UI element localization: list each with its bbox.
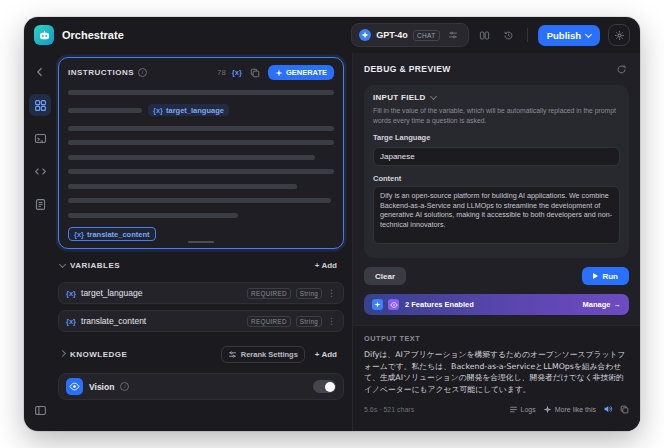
input-field-title: INPUT FIELD (373, 93, 426, 102)
collapse-panel-icon[interactable] (29, 399, 51, 421)
vision-card: Vision i (58, 373, 344, 400)
logs-list-icon (509, 405, 518, 414)
prompt-line (68, 169, 334, 174)
run-button[interactable]: Run (582, 267, 629, 285)
variable-icon: {x} (153, 106, 163, 115)
copy-output-button[interactable] (620, 405, 629, 414)
features-bar: 2 Features Enabled Manage → (364, 294, 629, 315)
variables-header: VARIABLES + Add (58, 258, 344, 273)
info-icon: i (120, 382, 129, 391)
instructions-title: INSTRUCTIONS (68, 68, 134, 77)
manage-features-button[interactable]: Manage → (583, 300, 621, 309)
input-field-card: INPUT FIELD Fill in the value of the var… (364, 85, 629, 258)
chevron-right-icon[interactable] (59, 350, 66, 357)
content-textarea[interactable]: Dify is an open-source platform for buil… (373, 186, 620, 244)
model-name: GPT-4o (376, 30, 408, 40)
type-badge: String (296, 316, 322, 327)
output-title: OUTPUT TEXT (364, 334, 629, 343)
prompt-line (68, 126, 334, 131)
feature-eye-icon (388, 299, 399, 310)
debug-header: DEBUG & PREVIEW (364, 61, 629, 77)
prompt-line (68, 90, 334, 95)
variable-token-translate-content[interactable]: {x} translate_content (68, 227, 156, 241)
output-text: Difyは、AIアプリケーションを構築するためのオープンソースプラットフォームで… (364, 349, 629, 395)
debug-title: DEBUG & PREVIEW (364, 64, 451, 74)
action-row: Clear Run (364, 267, 629, 285)
sparkle-icon (275, 69, 283, 77)
speaker-button[interactable] (603, 404, 613, 414)
prompt-line (68, 184, 297, 189)
logs-icon[interactable] (29, 193, 51, 215)
clear-button[interactable]: Clear (364, 267, 406, 285)
logs-button[interactable]: Logs (509, 405, 536, 414)
knowledge-header: KNOWLEDGE Rerank Settings + Add (58, 345, 344, 364)
more-vertical-icon[interactable]: ⋮ (327, 317, 336, 325)
resize-handle[interactable] (188, 241, 214, 243)
add-variable-button[interactable]: + Add (310, 259, 342, 272)
output-section: OUTPUT TEXT Difyは、AIアプリケーションを構築するためのオープン… (353, 325, 640, 431)
copy-icon[interactable] (248, 66, 262, 80)
sparkle-icon (543, 405, 552, 414)
left-rail (24, 53, 56, 431)
variable-row-target-language[interactable]: {x} target_language REQUIRED String ⋮ (58, 282, 344, 304)
chat-mode-badge: CHAT (413, 30, 440, 41)
required-badge: REQUIRED (247, 316, 291, 327)
insert-variable-icon[interactable]: {x} (230, 66, 244, 80)
restart-icon[interactable] (613, 61, 629, 77)
instructions-header: INSTRUCTIONS i 78 {x} GENERATE (68, 65, 334, 80)
chevron-down-icon (585, 30, 592, 37)
terminal-icon[interactable] (29, 127, 51, 149)
more-like-this-button[interactable]: More like this (543, 405, 596, 414)
add-knowledge-button[interactable]: + Add (310, 348, 342, 361)
debug-panel: DEBUG & PREVIEW INPUT FIELD Fill in the … (352, 53, 640, 431)
vision-toggle[interactable] (313, 380, 336, 393)
generate-button[interactable]: GENERATE (268, 65, 334, 80)
features-enabled-text: 2 Features Enabled (405, 300, 474, 309)
dify-logo-icon (34, 25, 54, 45)
prompt-line (68, 155, 315, 160)
content-label: Content (373, 174, 620, 183)
speaker-icon (603, 404, 613, 414)
type-badge: String (296, 288, 322, 299)
prompt-line (68, 198, 331, 203)
prompt-line (68, 108, 142, 113)
model-params-icon[interactable] (445, 27, 461, 43)
target-language-input[interactable] (373, 147, 620, 166)
instructions-char-count: 78 (217, 68, 226, 77)
info-icon: i (138, 68, 147, 77)
variable-token-target-language[interactable]: {x} target_language (148, 104, 229, 116)
toggle-knob (325, 382, 335, 392)
chevron-down-icon[interactable] (59, 261, 66, 268)
arrow-right-icon: → (614, 300, 622, 309)
rerank-settings-button[interactable]: Rerank Settings (221, 346, 305, 363)
target-language-label: Targe Language (373, 133, 620, 142)
history-icon[interactable] (501, 27, 517, 43)
vision-label: Vision (89, 382, 114, 392)
play-icon (593, 273, 598, 279)
vision-eye-icon (66, 378, 83, 395)
back-icon[interactable] (29, 61, 51, 83)
body: INSTRUCTIONS i 78 {x} GENERATE (24, 53, 640, 431)
required-badge: REQUIRED (247, 288, 291, 299)
input-field-description: Fill in the value of the variable, which… (373, 106, 620, 125)
prompt-line (68, 140, 334, 145)
sliders-icon (228, 350, 237, 359)
input-field-header[interactable]: INPUT FIELD (373, 93, 620, 102)
top-bar: Orchestrate GPT-4o CHAT Publish (24, 17, 640, 53)
publish-label: Publish (547, 30, 581, 41)
variable-row-translate-content[interactable]: {x} translate_content REQUIRED String ⋮ (58, 310, 344, 332)
compare-icon[interactable] (477, 27, 493, 43)
prompt-panel: INSTRUCTIONS i 78 {x} GENERATE (56, 53, 352, 431)
api-icon[interactable] (29, 160, 51, 182)
copy-icon (620, 405, 629, 414)
orchestrate-icon[interactable] (29, 94, 51, 116)
model-provider-icon (359, 29, 371, 41)
more-vertical-icon[interactable]: ⋮ (327, 289, 336, 297)
page-title: Orchestrate (62, 29, 124, 41)
settings-button[interactable] (608, 24, 630, 46)
prompt-line (68, 213, 238, 218)
publish-button[interactable]: Publish (538, 25, 600, 46)
model-selector[interactable]: GPT-4o CHAT (351, 23, 468, 47)
instructions-card[interactable]: INSTRUCTIONS i 78 {x} GENERATE (58, 57, 344, 249)
feature-sparkle-icon (372, 299, 383, 310)
